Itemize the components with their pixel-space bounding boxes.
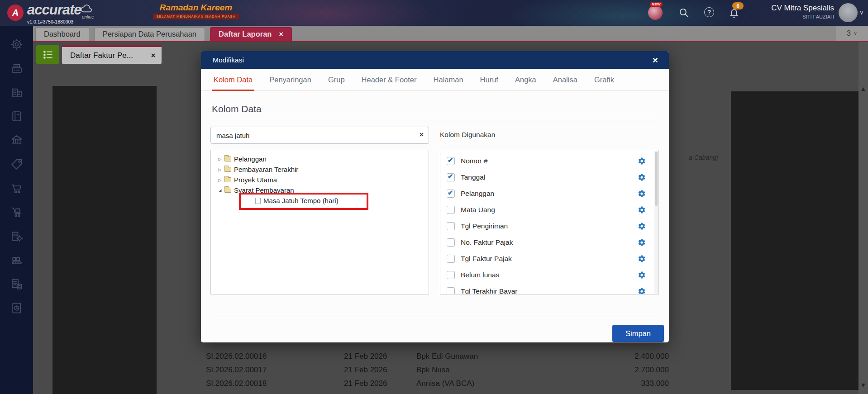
close-icon[interactable]: [653, 55, 658, 65]
invoice-row: SI.2026.02.00016 21 Feb 2026 Bpk Edi Gun…: [206, 350, 669, 363]
tree-label: Pelanggan: [234, 155, 267, 163]
close-icon[interactable]: [279, 30, 283, 38]
divider: [211, 120, 659, 120]
promo-mascot-icon[interactable]: [648, 5, 663, 20]
column-search: [210, 127, 429, 144]
avatar[interactable]: [839, 3, 858, 22]
main-tab-label: Daftar Laporan: [219, 30, 272, 38]
save-button[interactable]: Simpan: [612, 325, 664, 342]
notification-count-badge: 6: [732, 2, 744, 9]
app-window: A accurate online v1.0.1#3750-1880003 Ra…: [0, 0, 868, 394]
dialog-tab[interactable]: Huruf: [480, 69, 498, 90]
used-column-row[interactable]: Pelanggan: [440, 185, 658, 202]
used-column-row[interactable]: Tgl Pengiriman: [440, 218, 658, 234]
column-checkbox[interactable]: [447, 271, 455, 279]
column-checkbox[interactable]: [447, 222, 455, 230]
gear-icon[interactable]: [638, 157, 646, 165]
column-checkbox[interactable]: [447, 173, 455, 181]
dialog-tab[interactable]: Grup: [328, 69, 345, 90]
column-checkbox[interactable]: [447, 238, 455, 247]
dialog-tab[interactable]: Angka: [515, 69, 536, 90]
invoice-number: SI.2026.02.00017: [206, 366, 344, 375]
tree-row[interactable]: ▷ Pelanggan: [211, 154, 429, 164]
invoice-row: SI.2026.02.00017 21 Feb 2026 Bpk Nusa 2.…: [206, 363, 669, 377]
dialog-tab[interactable]: Header & Footer: [362, 69, 417, 90]
close-icon[interactable]: [151, 52, 155, 60]
gear-icon[interactable]: [638, 238, 646, 247]
column-label: Tgl Pengiriman: [461, 222, 508, 230]
scroll-down-icon[interactable]: ▼: [858, 381, 868, 389]
gear-icon[interactable]: [638, 287, 646, 294]
search-icon[interactable]: [678, 7, 690, 19]
company-icon[interactable]: [0, 80, 33, 104]
notifications-bell-icon[interactable]: [729, 8, 739, 22]
dialog-tab[interactable]: Penyaringan: [269, 69, 311, 90]
account-block[interactable]: CV Mitra Spesialis SITI FAUZIAH: [771, 4, 834, 19]
column-checkbox[interactable]: [447, 255, 455, 263]
gear-icon[interactable]: [638, 173, 646, 181]
column-search-input[interactable]: [210, 127, 429, 144]
column-checkbox[interactable]: [447, 190, 455, 198]
column-label: Tgl Faktur Pajak: [461, 255, 512, 263]
tree-expander-icon[interactable]: ▷: [216, 178, 224, 182]
gear-icon[interactable]: [638, 255, 646, 263]
tree-row[interactable]: ▷ Pembayaran Terakhir: [211, 164, 429, 175]
invoice-date: 21 Feb 2026: [344, 379, 416, 388]
purchase-cart-icon[interactable]: [0, 176, 33, 200]
report-icon[interactable]: [0, 296, 33, 320]
used-column-row[interactable]: Tanggal: [440, 169, 658, 185]
tree-expander-icon[interactable]: ▷: [216, 167, 224, 172]
clear-search-icon[interactable]: [420, 131, 424, 139]
column-checkbox[interactable]: [447, 157, 455, 165]
used-column-row[interactable]: Belum lunas: [440, 267, 658, 283]
dialog-tab-label: Angka: [515, 76, 536, 84]
gear-icon[interactable]: [638, 271, 646, 279]
folder-icon: [224, 177, 231, 182]
used-column-row[interactable]: Mata Uang: [440, 202, 658, 218]
scrollbar-thumb[interactable]: [655, 152, 658, 206]
tab-count: 3: [847, 29, 851, 38]
gear-icon[interactable]: [638, 206, 646, 214]
ramadan-banner: Ramadan Kareem SELAMAT MENUNAIKAN IBADAH…: [153, 3, 239, 19]
list-scrollbar[interactable]: [654, 151, 658, 294]
page-scrollbar[interactable]: ▲ ▼: [858, 42, 868, 394]
tab-counter-dropdown[interactable]: 3 ∨: [836, 26, 868, 41]
gear-icon[interactable]: [638, 190, 646, 198]
cashier-icon[interactable]: [0, 56, 33, 80]
help-icon[interactable]: ?: [704, 7, 714, 17]
main-tab[interactable]: Persiapan Data Perusahaan: [94, 27, 205, 41]
tree-row[interactable]: ▷ Proyek Utama: [211, 175, 429, 185]
used-column-row[interactable]: Tgl Faktur Pajak: [440, 251, 658, 267]
settings-icon[interactable]: [0, 32, 33, 56]
tree-expander-icon[interactable]: ▷: [216, 157, 224, 161]
report-list-button[interactable]: [36, 45, 59, 64]
chevron-down-icon[interactable]: ∨: [859, 9, 864, 16]
bank-icon[interactable]: [0, 128, 33, 152]
dialog-tab[interactable]: Analisa: [553, 69, 577, 90]
main-tab[interactable]: Daftar Laporan: [210, 27, 292, 41]
tree-row[interactable]: Masa Jatuh Tempo (hari): [211, 195, 429, 206]
ledger-icon[interactable]: [0, 104, 33, 128]
dialog-tab[interactable]: Halaman: [434, 69, 463, 90]
banner-title: Ramadan Kareem: [153, 3, 239, 13]
chevron-down-icon: ∨: [854, 30, 857, 36]
tree-expander-icon[interactable]: ◢: [216, 188, 224, 193]
report-tab[interactable]: Daftar Faktur Pe...: [62, 45, 162, 64]
manufacture-icon[interactable]: [0, 248, 33, 272]
column-checkbox[interactable]: [447, 287, 455, 294]
used-column-row[interactable]: Nomor #: [440, 153, 658, 169]
fixed-asset-icon[interactable]: [0, 224, 33, 248]
dialog-header[interactable]: Modifikasi: [201, 51, 669, 69]
main-tab[interactable]: Dashboard: [35, 27, 89, 41]
scroll-up-icon[interactable]: ▲: [858, 85, 868, 92]
sales-icon[interactable]: [0, 152, 33, 176]
dialog-tab[interactable]: Kolom Data: [214, 69, 253, 90]
delivery-icon[interactable]: [0, 200, 33, 224]
used-column-row[interactable]: Tgl Terakhir Bayar: [440, 283, 658, 294]
tax-icon[interactable]: [0, 272, 33, 296]
dialog-tab[interactable]: Grafik: [594, 69, 614, 90]
column-checkbox[interactable]: [447, 206, 455, 214]
used-column-row[interactable]: No. Faktur Pajak: [440, 234, 658, 251]
accurate-logo-icon[interactable]: A: [7, 5, 24, 21]
gear-icon[interactable]: [638, 222, 646, 230]
